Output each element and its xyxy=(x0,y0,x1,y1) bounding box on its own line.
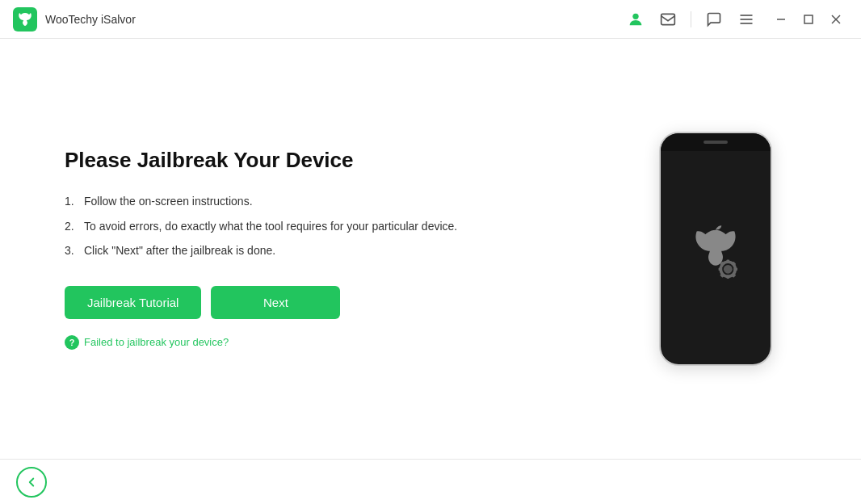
app-title: WooTechy iSalvor xyxy=(45,13,136,26)
phone-screen xyxy=(661,133,771,364)
instructions-list: 1. Follow the on-screen instructions. 2.… xyxy=(65,192,603,259)
close-button[interactable] xyxy=(824,7,848,32)
button-row: Jailbreak Tutorial Next xyxy=(65,286,603,319)
chat-icon[interactable] xyxy=(701,6,727,32)
failed-link-text: Failed to jailbreak your device? xyxy=(84,336,229,348)
minimize-button[interactable] xyxy=(769,7,793,32)
jailbreak-tutorial-button[interactable]: Jailbreak Tutorial xyxy=(65,286,201,319)
back-button[interactable] xyxy=(16,467,47,498)
main-content: Please Jailbreak Your Device 1. Follow t… xyxy=(0,39,861,459)
help-icon: ? xyxy=(65,335,79,350)
phone-speaker xyxy=(704,141,728,144)
apple-gear-icon xyxy=(679,220,752,293)
title-bar: WooTechy iSalvor xyxy=(0,0,861,39)
instruction-num-2: 2. xyxy=(65,217,81,235)
svg-rect-6 xyxy=(804,15,813,23)
page-heading: Please Jailbreak Your Device xyxy=(65,148,603,173)
title-bar-left: WooTechy iSalvor xyxy=(13,7,136,32)
failed-link[interactable]: ? Failed to jailbreak your device? xyxy=(65,335,603,350)
maximize-button[interactable] xyxy=(796,7,821,32)
window-controls xyxy=(769,7,848,32)
svg-rect-13 xyxy=(719,268,723,271)
svg-rect-14 xyxy=(734,268,738,271)
instruction-num-3: 3. xyxy=(65,242,81,259)
divider xyxy=(691,11,691,27)
svg-point-0 xyxy=(632,13,638,19)
bottom-bar xyxy=(0,459,861,504)
svg-rect-12 xyxy=(727,275,730,279)
phone-frame xyxy=(659,132,772,366)
mail-icon[interactable] xyxy=(655,6,681,32)
instruction-item-2: 2. To avoid errors, do exactly what the … xyxy=(65,217,603,235)
instruction-item-3: 3. Click "Next" after the jailbreak is d… xyxy=(65,242,603,259)
instruction-item-1: 1. Follow the on-screen instructions. xyxy=(65,192,603,210)
app-logo xyxy=(13,7,37,32)
instruction-text-1: Follow the on-screen instructions. xyxy=(84,192,253,210)
phone-top-bar xyxy=(661,133,771,151)
instruction-text-2: To avoid errors, do exactly what the too… xyxy=(84,217,457,235)
next-button[interactable]: Next xyxy=(211,286,340,319)
instruction-num-1: 1. xyxy=(65,192,81,210)
phone-icon-area xyxy=(679,220,752,293)
right-panel xyxy=(635,132,796,366)
left-panel: Please Jailbreak Your Device 1. Follow t… xyxy=(65,148,635,349)
svg-rect-11 xyxy=(727,260,730,264)
menu-icon[interactable] xyxy=(733,6,759,32)
svg-point-9 xyxy=(724,265,733,274)
instruction-text-3: Click "Next" after the jailbreak is done… xyxy=(84,242,275,259)
svg-rect-1 xyxy=(662,14,675,24)
title-bar-controls xyxy=(623,6,848,32)
user-icon[interactable] xyxy=(623,6,649,32)
